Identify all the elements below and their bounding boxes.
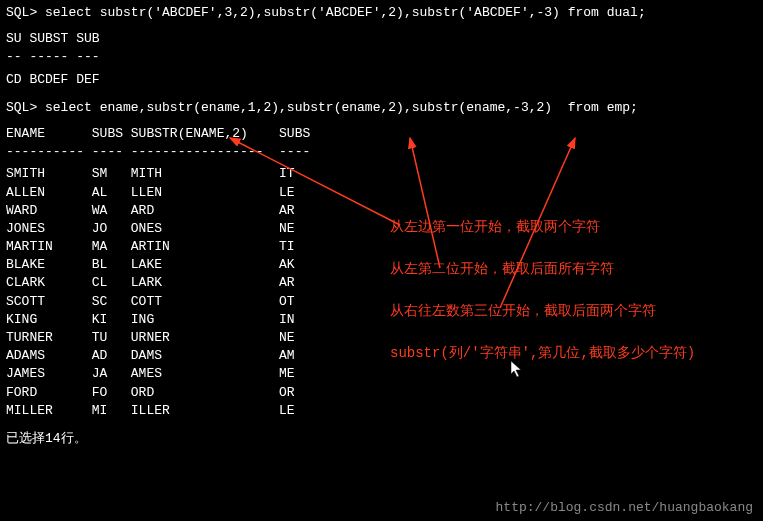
sql1-separator: -- ----- --- <box>6 48 757 66</box>
summary-text: 已选择14行。 <box>6 430 757 448</box>
sql-query-1: select substr('ABCDEF',3,2),substr('ABCD… <box>37 5 646 20</box>
table-row: SCOTT SC COTT OT <box>6 293 757 311</box>
sql2-header: ENAME SUBS SUBSTR(ENAME,2) SUBS <box>6 125 757 143</box>
table-row: MILLER MI ILLER LE <box>6 402 757 420</box>
table-row: CLARK CL LARK AR <box>6 274 757 292</box>
table-row: FORD FO ORD OR <box>6 384 757 402</box>
table-row: WARD WA ARD AR <box>6 202 757 220</box>
table-row: BLAKE BL LAKE AK <box>6 256 757 274</box>
sql-prompt-2: SQL> select ename,substr(ename,1,2),subs… <box>6 99 757 117</box>
prompt-label-2: SQL> <box>6 100 37 115</box>
watermark-text: http://blog.csdn.net/huangbaokang <box>496 500 753 515</box>
sql2-separator: ---------- ---- ----------------- ---- <box>6 143 757 161</box>
sql-prompt-1: SQL> select substr('ABCDEF',3,2),substr(… <box>6 4 757 22</box>
sql-query-2: select ename,substr(ename,1,2),substr(en… <box>37 100 638 115</box>
prompt-label: SQL> <box>6 5 37 20</box>
sql1-header: SU SUBST SUB <box>6 30 757 48</box>
table-row: ALLEN AL LLEN LE <box>6 184 757 202</box>
table-row: KING KI ING IN <box>6 311 757 329</box>
table-row: JAMES JA AMES ME <box>6 365 757 383</box>
table-row: TURNER TU URNER NE <box>6 329 757 347</box>
table-row: JONES JO ONES NE <box>6 220 757 238</box>
sql1-result: CD BCDEF DEF <box>6 71 757 89</box>
table-row: ADAMS AD DAMS AM <box>6 347 757 365</box>
table-row: MARTIN MA ARTIN TI <box>6 238 757 256</box>
table-row: SMITH SM MITH IT <box>6 165 757 183</box>
